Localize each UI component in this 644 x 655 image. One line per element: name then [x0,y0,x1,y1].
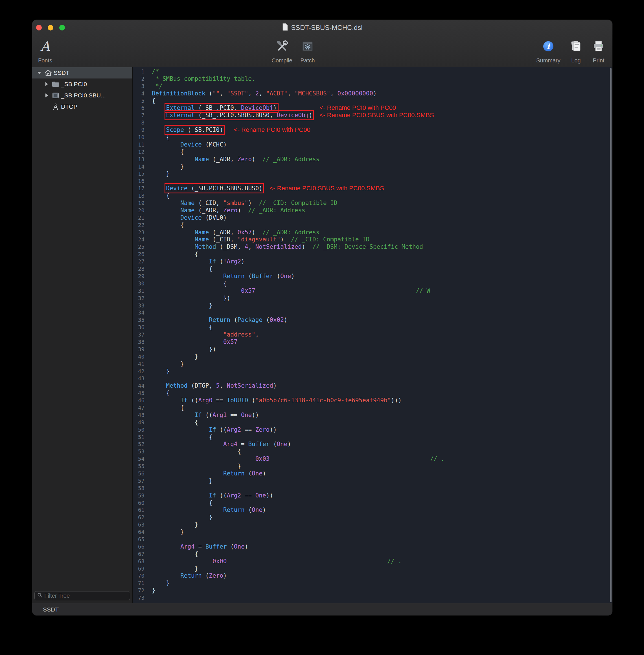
line-number: 5 [133,97,144,105]
code-line: Scope (_SB.PCI0) <- Rename PCI0 with PC0… [152,127,613,134]
status-text: SSDT [43,606,59,613]
code-line: Name (_CID, "smbus") // _CID: Compatible… [152,200,613,207]
code-line: 0x00 // . [152,558,613,565]
line-number: 50 [133,426,144,434]
code-line: "address", [152,331,613,339]
code-line: { [152,251,613,258]
code-line: Device (DVL0) [152,214,613,222]
line-number: 52 [133,441,144,448]
code-line: } [152,477,613,485]
line-number: 9 [133,127,144,134]
code-line: { [152,448,613,455]
code-line: }) [152,295,613,302]
code-line: { [152,192,613,200]
code-line: { [152,134,613,141]
line-number: 71 [133,580,144,587]
code-line: Arg4 = Buffer (One) [152,543,613,550]
code-line: Device (_SB.PCI0.SBUS.BUS0) <- Rename PC… [152,185,613,192]
line-number: 2 [133,75,144,83]
line-number: 69 [133,565,144,572]
disclosure-expanded-icon[interactable] [36,72,43,74]
line-number: 32 [133,295,144,302]
code-line: { [152,419,613,426]
titlebar[interactable]: SSDT-SBUS-MCHC.dsl [32,20,613,36]
code-line: { [152,390,613,397]
line-number: 20 [133,207,144,214]
code-line: } [152,302,613,310]
tree-item-label: _SB.PCI0 [61,81,87,88]
code-line: If ((Arg2 == One)) [152,492,613,499]
annotation-box: External (_SB_.PCI0, DeviceObj) [166,105,277,111]
disclosure-collapsed-icon[interactable] [43,93,50,97]
status-bar: SSDT [32,603,613,615]
line-number: 31 [133,288,144,295]
line-number: 26 [133,251,144,258]
filter-tree-input[interactable]: Filter Tree [34,591,130,600]
line-number: 35 [133,316,144,324]
line-number: 28 [133,265,144,273]
annotation-box: Scope (_SB.PCI0) [166,127,223,133]
line-number: 73 [133,594,144,602]
line-number: 16 [133,178,144,185]
code-line: Arg4 = Buffer (One) [152,441,613,448]
line-number: 25 [133,243,144,251]
line-number: 53 [133,448,144,455]
patch-button[interactable]: Patch [285,36,330,64]
code-editor[interactable]: 1234567891011121314151617181920212223242… [133,67,613,603]
sidebar-item-sb-pci0-sbus[interactable]: _SB.PCI0.SBU... [32,90,132,101]
code-line: } [152,528,613,536]
line-number: 64 [133,528,144,536]
line-number: 40 [133,353,144,361]
code-line: { [152,280,613,288]
line-number: 29 [133,273,144,280]
line-number: 63 [133,521,144,528]
code-line: Device (MCHC) [152,141,613,149]
fonts-icon: A [40,40,50,53]
code-line: { [152,550,613,558]
sidebar-item-ssdt[interactable]: SSDT [32,67,132,78]
code-line: Name (_CID, "diagsvault") // _CID: Compa… [152,236,613,243]
code-line: { [152,499,613,507]
code-line: } [152,170,613,178]
line-number: 37 [133,331,144,339]
code-line: { [152,97,613,105]
code-line: }) [152,346,613,353]
print-button[interactable]: Print [576,36,613,64]
line-number: 72 [133,587,144,594]
line-number: 43 [133,375,144,382]
code-lines: /* * SMBus compatibility table. */Defini… [147,68,613,603]
line-number: 42 [133,368,144,375]
code-line [152,309,613,316]
fonts-button[interactable]: A Fonts [32,36,68,64]
code-line: /* [152,68,613,75]
window-chrome: SSDT-SBUS-MCHC.dsl A Fonts Compile [32,20,613,67]
code-line [152,485,613,492]
code-line: */ [152,83,613,90]
disclosure-collapsed-icon[interactable] [43,82,50,86]
line-number: 13 [133,156,144,163]
sidebar-item-dtgp[interactable]: DTGP [32,101,132,112]
sidebar-item-sb-pci0[interactable]: _SB.PCI0 [32,78,132,90]
line-number: 60 [133,499,144,507]
code-line [152,178,613,185]
line-number: 51 [133,434,144,441]
info-icon: i [543,41,553,51]
code-line [152,375,613,382]
code-line: Method (DTGP, 5, NotSerialized) [152,382,613,390]
vertical-scrollbar[interactable] [610,68,612,602]
code-line: Return (One) [152,506,613,514]
line-number: 46 [133,397,144,404]
line-number: 47 [133,404,144,412]
code-line: If ((Arg2 == Zero)) [152,426,613,434]
code-line: } [152,521,613,528]
line-number: 33 [133,302,144,310]
line-number: 27 [133,258,144,265]
code-line: If (!Arg2) [152,258,613,265]
code-line: } [152,580,613,587]
code-line: { [152,324,613,331]
printer-icon [576,36,613,57]
code-line: { [152,434,613,441]
line-number: 58 [133,485,144,492]
code-line: { [152,265,613,273]
line-number: 3 [133,83,144,90]
